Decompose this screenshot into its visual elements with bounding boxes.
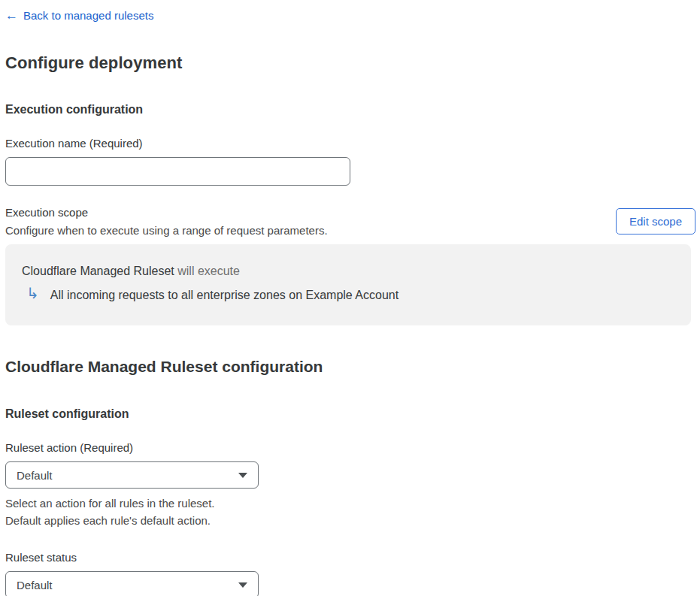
execution-scope-row: Execution scope Configure when to execut… xyxy=(5,206,695,237)
ruleset-action-label: Ruleset action (Required) xyxy=(5,441,695,454)
scope-summary-detail: ↳ All incoming requests to all enterpris… xyxy=(22,288,674,303)
page-title: Configure deployment xyxy=(5,53,695,73)
execution-name-input[interactable] xyxy=(5,157,350,186)
execution-scope-text-block: Execution scope Configure when to execut… xyxy=(5,206,328,237)
ruleset-action-help-line2: Default applies each rule's default acti… xyxy=(5,512,695,529)
managed-ruleset-configuration-heading: Cloudflare Managed Ruleset configuration xyxy=(5,358,695,376)
back-arrow-icon: ← xyxy=(5,9,18,22)
chevron-down-icon xyxy=(238,582,247,588)
scope-summary-ruleset-name: Cloudflare Managed Ruleset xyxy=(22,265,174,277)
ruleset-configuration-subheading: Ruleset configuration xyxy=(5,407,695,421)
ruleset-status-selected-value: Default xyxy=(17,579,53,591)
chevron-down-icon xyxy=(238,473,247,478)
execution-scope-description: Configure when to execute using a range … xyxy=(5,224,328,237)
branch-arrow-icon: ↳ xyxy=(26,286,39,301)
back-to-managed-rulesets-link[interactable]: ← Back to managed rulesets xyxy=(5,9,153,22)
configure-deployment-page: ← Back to managed rulesets Configure dep… xyxy=(0,0,700,596)
scope-summary-will-execute: will execute xyxy=(174,265,240,277)
scope-summary-panel: Cloudflare Managed Ruleset will execute … xyxy=(5,244,691,325)
ruleset-status-select[interactable]: Default xyxy=(5,571,259,596)
ruleset-action-select[interactable]: Default xyxy=(5,461,259,489)
edit-scope-button[interactable]: Edit scope xyxy=(616,208,695,234)
ruleset-action-help: Select an action for all rules in the ru… xyxy=(5,495,695,529)
ruleset-status-label: Ruleset status xyxy=(5,551,695,564)
scope-summary-headline: Cloudflare Managed Ruleset will execute xyxy=(22,265,674,278)
ruleset-action-help-line1: Select an action for all rules in the ru… xyxy=(5,495,695,512)
scope-summary-detail-text: All incoming requests to all enterprise … xyxy=(50,289,398,302)
execution-configuration-heading: Execution configuration xyxy=(5,103,695,116)
back-link-label: Back to managed rulesets xyxy=(23,9,153,22)
execution-name-label: Execution name (Required) xyxy=(5,137,695,150)
ruleset-action-selected-value: Default xyxy=(17,469,53,482)
execution-scope-label: Execution scope xyxy=(5,206,328,219)
